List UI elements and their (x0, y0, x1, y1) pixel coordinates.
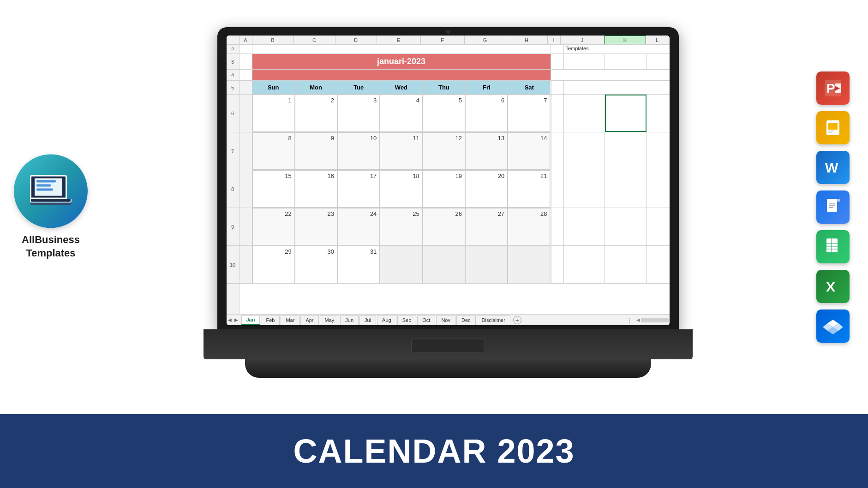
cell-l7[interactable] (647, 132, 670, 170)
cal-day-8[interactable]: 8 (252, 132, 295, 170)
add-sheet-button[interactable]: + (513, 316, 521, 324)
cal-day-1[interactable]: 1 (252, 95, 295, 132)
col-header-d[interactable]: D (335, 36, 377, 44)
cell-i2[interactable] (551, 45, 564, 54)
col-header-g[interactable]: G (465, 36, 506, 44)
cell-l6[interactable] (647, 95, 670, 132)
cal-day-25[interactable]: 25 (380, 208, 422, 245)
dropbox-icon[interactable] (816, 309, 850, 343)
col-header-b[interactable]: B (252, 36, 294, 44)
col-header-c[interactable]: C (294, 36, 335, 44)
cal-day-27[interactable]: 27 (465, 208, 508, 245)
scroll-left-btn[interactable]: ◀ (636, 317, 640, 322)
word-icon[interactable]: W (816, 151, 850, 184)
cell-j2-onward[interactable]: Templates (564, 45, 670, 54)
sheet-tab-jun[interactable]: Jun (340, 315, 359, 325)
cal-day-5[interactable]: 5 (423, 95, 465, 132)
cell-j9[interactable] (564, 208, 605, 245)
cal-day-22[interactable]: 22 (252, 208, 295, 245)
sheet-tab-apr[interactable]: Apr (300, 315, 318, 325)
cal-day-17[interactable]: 17 (337, 170, 380, 208)
cell-k9[interactable] (605, 208, 647, 245)
cell-a2[interactable] (239, 45, 252, 54)
cal-day-18[interactable]: 18 (380, 170, 422, 208)
cell-i8[interactable] (551, 170, 564, 208)
cell-i6[interactable] (551, 95, 564, 132)
cal-day-23[interactable]: 23 (295, 208, 337, 245)
cal-day-21[interactable]: 21 (508, 170, 550, 208)
cell-a4[interactable] (239, 70, 252, 80)
cal-day-16[interactable]: 16 (295, 170, 337, 208)
cell-i10[interactable] (551, 246, 564, 283)
cal-day-13[interactable]: 13 (465, 132, 508, 170)
powerpoint-icon[interactable]: P ▶ (816, 71, 850, 105)
sheet-tab-jan[interactable]: Jan (241, 315, 260, 325)
sheet-tab-jul[interactable]: Jul (359, 315, 376, 325)
sheet-tab-oct[interactable]: Oct (417, 315, 435, 325)
sheet-tab-may[interactable]: May (320, 315, 340, 325)
cell-j3[interactable] (564, 54, 605, 69)
cell-k10[interactable] (605, 246, 647, 283)
cell-j7[interactable] (564, 132, 605, 170)
scrollbar-thumb[interactable] (641, 318, 669, 322)
tab-nav-right[interactable]: ▶ (233, 317, 239, 322)
cal-day-29[interactable]: 29 (252, 246, 295, 283)
cell-i9[interactable] (551, 208, 564, 245)
cell-k3[interactable] (605, 54, 647, 69)
cal-day-28[interactable]: 28 (508, 208, 550, 245)
cell-k6-selected[interactable] (605, 95, 647, 132)
sheet-tab-feb[interactable]: Feb (261, 315, 280, 325)
calendar-title-cell[interactable]: januari-2023 (252, 54, 551, 69)
cal-day-12[interactable]: 12 (423, 132, 465, 170)
sheet-tab-mar[interactable]: Mar (281, 315, 299, 325)
cal-day-7[interactable]: 7 (508, 95, 550, 132)
cell-b2-h2-merged[interactable] (252, 45, 551, 54)
cell-l9[interactable] (647, 208, 670, 245)
cell-rest-4[interactable] (551, 70, 670, 80)
cell-k7[interactable] (605, 132, 647, 170)
cell-j6[interactable] (564, 95, 605, 132)
col-header-f[interactable]: F (421, 36, 465, 44)
cal-day-24[interactable]: 24 (337, 208, 380, 245)
cell-a3[interactable] (239, 54, 252, 69)
col-header-i[interactable]: I (548, 36, 561, 44)
cal-day-26[interactable]: 26 (423, 208, 465, 245)
cal-day-2[interactable]: 2 (295, 95, 337, 132)
sheet-tab-disclaimer[interactable]: Disclaimer (477, 315, 510, 325)
cal-day-9[interactable]: 9 (295, 132, 337, 170)
cell-i5[interactable] (551, 81, 564, 94)
cell-b4-h4[interactable] (252, 70, 551, 80)
cal-day-31[interactable]: 31 (337, 246, 380, 283)
google-slides-icon[interactable] (816, 111, 850, 144)
cell-l3[interactable] (647, 54, 670, 69)
cell-l8[interactable] (647, 170, 670, 208)
col-header-l[interactable]: L (646, 36, 669, 44)
google-docs-icon[interactable] (816, 190, 850, 224)
cell-i7[interactable] (551, 132, 564, 170)
scroll-dots[interactable]: ⋮ (626, 316, 633, 324)
cal-day-11[interactable]: 11 (380, 132, 422, 170)
cal-day-19[interactable]: 19 (423, 170, 465, 208)
cal-day-4[interactable]: 4 (380, 95, 422, 132)
cell-rest-5[interactable] (564, 81, 670, 94)
cell-j10[interactable] (564, 246, 605, 283)
google-sheets-icon[interactable] (816, 230, 850, 263)
sheet-tab-nov[interactable]: Nov (436, 315, 455, 325)
col-header-k[interactable]: K (605, 36, 646, 44)
col-header-e[interactable]: E (377, 36, 421, 44)
col-header-h[interactable]: H (506, 36, 548, 44)
cal-day-10[interactable]: 10 (337, 132, 380, 170)
cal-day-14[interactable]: 14 (508, 132, 550, 170)
cell-l10[interactable] (647, 246, 670, 283)
col-header-j[interactable]: J (561, 36, 605, 44)
cal-day-15[interactable]: 15 (252, 170, 295, 208)
sheet-tab-sep[interactable]: Sep (397, 315, 417, 325)
excel-icon[interactable]: X (816, 270, 850, 303)
cal-day-20[interactable]: 20 (465, 170, 508, 208)
cal-day-6[interactable]: 6 (465, 95, 508, 132)
cell-k8[interactable] (605, 170, 647, 208)
cal-day-3[interactable]: 3 (337, 95, 380, 132)
tab-nav-left[interactable]: ◀ (227, 317, 233, 322)
cell-a5[interactable] (239, 81, 252, 94)
cal-day-30[interactable]: 30 (295, 246, 337, 283)
